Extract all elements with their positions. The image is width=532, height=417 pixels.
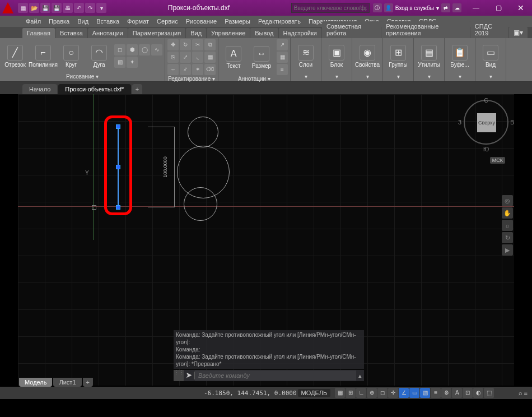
infocenter-icon[interactable]: ⓘ <box>373 3 382 12</box>
circle-small-bottom[interactable] <box>184 187 217 221</box>
help-search-input[interactable] <box>291 3 370 13</box>
panel-label[interactable]: Аннотации ▾ <box>238 75 270 82</box>
panel-label[interactable]: Рисование ▾ <box>66 73 99 80</box>
tab-insert[interactable]: Вставка <box>55 28 87 38</box>
fillet-icon[interactable]: ◟ <box>192 52 203 63</box>
signin-dropdown-icon[interactable]: ▾ <box>436 5 439 11</box>
dimension-object[interactable]: 108.0000 <box>148 127 175 207</box>
cmdline-dropdown-icon[interactable]: ▴ <box>356 372 364 379</box>
osnap-toggle-icon[interactable]: ◻ <box>377 388 388 398</box>
draw-icon[interactable]: ▧ <box>114 57 125 68</box>
grid-toggle-icon[interactable]: ▦ <box>335 388 345 398</box>
qat-plot-icon[interactable]: 🖶 <box>63 3 73 13</box>
nav-pan-icon[interactable]: ✋ <box>502 207 513 219</box>
tool-groups[interactable]: ⊞Группы <box>385 45 411 68</box>
menu-format[interactable]: Формат <box>124 18 152 25</box>
scale-icon[interactable]: ⤢ <box>180 52 191 63</box>
nav-orbit-icon[interactable]: ↻ <box>502 232 513 243</box>
explode-icon[interactable]: ✶ <box>192 64 203 75</box>
layout-sheet1[interactable]: Лист1 <box>53 378 81 387</box>
draw-icon[interactable]: ◯ <box>139 44 150 55</box>
cmdline-handle-icon[interactable]: ⋮⋮ <box>174 370 184 381</box>
menu-edit[interactable]: Правка <box>45 18 73 25</box>
tab-home[interactable]: Главная <box>22 28 55 38</box>
draw-icon[interactable]: ∿ <box>151 44 162 55</box>
panel-dropdown[interactable]: ▾ <box>489 73 492 80</box>
tool-view[interactable]: ▭Вид <box>478 45 503 68</box>
tool-circle[interactable]: ○Круг <box>58 45 84 68</box>
tool-clipboard[interactable]: 📋Буфе... <box>447 45 473 68</box>
menu-file[interactable]: Файл <box>22 18 44 25</box>
ann-toggle-icon[interactable]: A <box>452 388 462 398</box>
menu-modify[interactable]: Редактировать <box>255 18 304 25</box>
nav-showmotion-icon[interactable]: ▶ <box>502 244 513 256</box>
lwt-toggle-icon[interactable]: ▭ <box>409 388 419 398</box>
menu-view[interactable]: Вид <box>74 18 92 25</box>
status-right[interactable]: ⌕ ≡ <box>519 390 530 396</box>
table-icon[interactable]: ▦ <box>277 52 288 63</box>
exchange-icon[interactable]: ⇄ <box>441 3 450 12</box>
sc-toggle-icon[interactable]: ⚙ <box>441 388 451 398</box>
qat-redo-icon[interactable]: ↷ <box>85 3 95 13</box>
panel-dropdown[interactable]: ▾ <box>428 73 431 80</box>
mirror-icon[interactable]: ⧉ <box>204 39 216 50</box>
circle-small-top[interactable] <box>188 117 218 147</box>
tab-addins[interactable]: Надстройки <box>279 28 321 38</box>
app-icon[interactable] <box>2 2 13 13</box>
draw-icon[interactable]: ✦ <box>127 57 138 68</box>
tab-annotate[interactable]: Аннотации <box>88 28 128 38</box>
nav-wheel-icon[interactable]: ◎ <box>502 195 513 206</box>
tab-output[interactable]: Вывод <box>250 28 278 38</box>
draw-icon[interactable]: ⬢ <box>127 44 138 55</box>
leader-icon[interactable]: ↗ <box>277 39 288 50</box>
tool-dimension[interactable]: ↔Размер <box>249 46 274 69</box>
qat-save-icon[interactable]: 💾 <box>40 3 50 13</box>
menu-insert[interactable]: Вставка <box>93 18 123 25</box>
tab-parametric[interactable]: Параметризация <box>128 28 185 38</box>
tool-block[interactable]: ▣Блок <box>324 45 349 68</box>
tab-featured[interactable]: Рекомендованные приложения <box>381 21 470 38</box>
menu-draw[interactable]: Рисование <box>183 18 220 25</box>
qat-open-icon[interactable]: 📂 <box>29 3 39 13</box>
layout-add-button[interactable]: + <box>83 378 93 387</box>
mtext-icon[interactable]: ≡ <box>277 64 288 75</box>
tab-view[interactable]: Вид <box>186 28 206 38</box>
rotate-icon[interactable]: ↻ <box>180 39 191 50</box>
tab-start[interactable]: Начало <box>22 84 57 94</box>
snap-toggle-icon[interactable]: ⊞ <box>346 388 356 398</box>
panel-dropdown[interactable]: ▾ <box>459 73 461 80</box>
tab-manage[interactable]: Управление <box>207 28 250 38</box>
viewcube-w[interactable]: З <box>458 119 461 126</box>
ws-toggle-icon[interactable]: ⊡ <box>463 388 473 398</box>
tool-utilities[interactable]: ▤Утилиты <box>416 45 442 68</box>
viewcube-face[interactable]: Сверху <box>477 113 496 132</box>
tool-text[interactable]: AТекст <box>221 46 246 69</box>
cmdline-recent-icon[interactable]: ⮞ <box>184 372 194 379</box>
model-space-button[interactable]: МОДЕЛЬ <box>298 389 331 397</box>
viewcube-s[interactable]: Ю <box>483 146 489 152</box>
tpy-toggle-icon[interactable]: ▨ <box>420 388 430 398</box>
move-icon[interactable]: ✥ <box>167 39 179 50</box>
viewcube-e[interactable]: В <box>510 119 514 126</box>
tool-polyline[interactable]: ⌐Полилиния <box>30 45 56 68</box>
tool-line[interactable]: ╱Отрезок <box>2 45 28 68</box>
tab-spds[interactable]: СПДС 2019 <box>470 21 508 38</box>
polar-toggle-icon[interactable]: ⊕ <box>367 388 377 398</box>
nav-zoom-icon[interactable]: ⌕ <box>502 220 513 231</box>
dyn-toggle-icon[interactable]: ∠ <box>399 388 409 398</box>
tab-collab[interactable]: Совместная работа <box>322 21 381 38</box>
tool-layers[interactable]: ≋Слои <box>293 45 319 68</box>
tool-properties[interactable]: ◉Свойства <box>354 45 380 68</box>
qat-saveas-icon[interactable]: 💾 <box>52 3 62 13</box>
cloud-icon[interactable]: ☁ <box>452 3 461 12</box>
maximize-button[interactable]: ▢ <box>487 0 510 16</box>
iso-toggle-icon[interactable]: ⬚ <box>484 388 494 398</box>
tab-drawing[interactable]: Прокси-объекты.dxf* <box>58 84 130 94</box>
panel-dropdown[interactable]: ▾ <box>366 73 369 80</box>
otrack-toggle-icon[interactable]: ✛ <box>388 388 398 398</box>
coordinates[interactable]: -6.1850, 144.7451, 0.0000 <box>204 390 297 397</box>
close-button[interactable]: ✕ <box>510 0 532 16</box>
ortho-toggle-icon[interactable]: ∟ <box>356 388 366 398</box>
sign-in-area[interactable]: ⓘ 👤 Вход в службы ▾ ⇄ ☁ <box>373 3 461 12</box>
erase-icon[interactable]: ⌫ <box>204 64 216 75</box>
